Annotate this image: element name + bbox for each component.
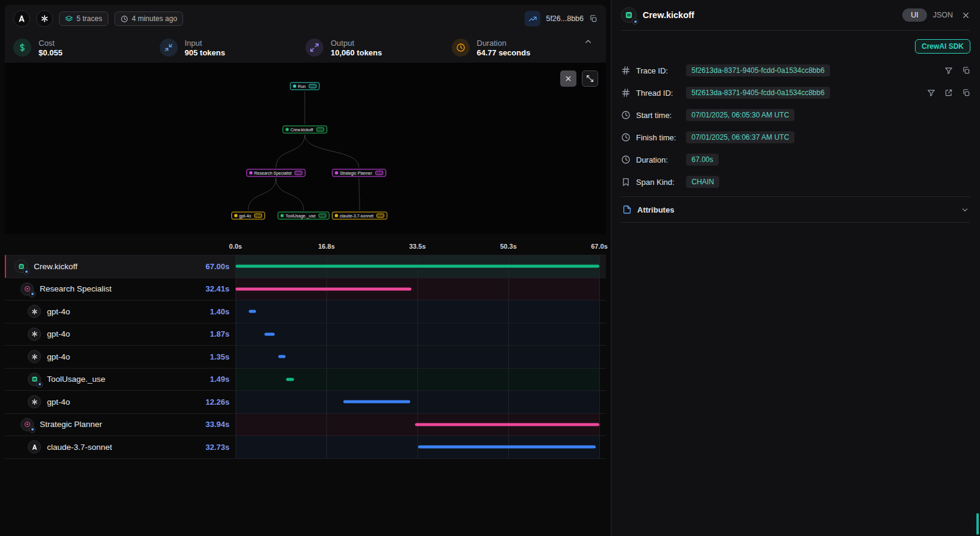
span-bar[interactable] (278, 355, 286, 358)
topbar-right-cluster: 5f26...8bb6 (525, 11, 598, 26)
external-icon[interactable] (944, 89, 953, 97)
stat-cost: Cost$0.055 (13, 39, 160, 57)
span-row-gpt-4o[interactable]: gpt-4o1.40s (5, 300, 606, 323)
openai-icon (28, 328, 41, 341)
span-duration: 32.73s (205, 443, 236, 452)
tab-json[interactable]: JSON (933, 11, 953, 19)
stat-duration: Duration64.77 seconds (452, 39, 598, 57)
instrumentation-mini-badge (23, 268, 30, 275)
expand-graph-button[interactable] (582, 70, 598, 87)
span-row-gpt-4o[interactable]: gpt-4o1.87s (5, 323, 606, 346)
span-name: gpt-4o (47, 329, 70, 338)
clock-icon (452, 39, 470, 57)
scrollbar-thumb[interactable] (976, 513, 979, 535)
node-tag (376, 214, 384, 218)
trace-topbar: 5 traces 4 minutes ago 5f26...8bb6 (5, 5, 606, 33)
collapse-stats-chevron-up-icon[interactable] (584, 37, 593, 49)
span-bar[interactable] (418, 446, 596, 449)
node-label: Crew.kickoff (290, 128, 313, 132)
graph-node-strategic[interactable]: Strategic Planner (332, 169, 386, 177)
detail-panel-title: Crew.kickoff (643, 10, 694, 20)
node-tag (308, 84, 316, 89)
span-bar[interactable] (286, 378, 294, 381)
span-name: ToolUsage._use (47, 375, 105, 384)
graph-node-research[interactable]: Research Specialist (246, 169, 305, 177)
span-track (236, 391, 599, 413)
field-label: Trace ID: (636, 66, 681, 75)
close-icon (564, 75, 572, 83)
span-name: gpt-4o (47, 352, 70, 361)
node-tag (295, 171, 302, 175)
copy-icon[interactable] (962, 66, 970, 75)
stat-value: 10,060 tokens (331, 48, 382, 57)
axis-tick: 67.0s (591, 243, 608, 250)
span-bar[interactable] (264, 332, 275, 335)
span-row-claude-3-7-sonnet[interactable]: claude-3.7-sonnet32.73s (5, 435, 606, 458)
span-name-cell: gpt-4o1.87s (5, 323, 236, 346)
graph-node-crew[interactable]: Crew.kickoff (282, 126, 327, 134)
span-name: gpt-4o (47, 397, 70, 407)
crewai-sdk-badge[interactable]: CrewAI SDK (915, 39, 970, 54)
span-track (236, 414, 599, 436)
span-name-cell: Research Specialist32.41s (5, 278, 236, 301)
traces-count-badge[interactable]: 5 traces (59, 11, 108, 26)
field-value: 67.00s (686, 154, 719, 166)
span-row-gpt-4o[interactable]: gpt-4o1.35s (5, 345, 606, 368)
span-row-crew-kickoff[interactable]: Crew.kickoff67.00s (5, 255, 606, 278)
field-value: CHAIN (686, 176, 719, 188)
copy-icon[interactable] (962, 89, 970, 97)
detail-panel-header: Crew.kickoff UI JSON (621, 0, 970, 31)
time-ago-label: 4 minutes ago (132, 14, 177, 23)
node-tag (316, 128, 324, 132)
span-bar[interactable] (415, 423, 599, 426)
attributes-section-toggle[interactable]: Attributes (621, 196, 970, 223)
span-row-gpt-4o[interactable]: gpt-4o12.26s (5, 390, 606, 413)
stats-row: Cost$0.055Input905 tokensOutput10,060 to… (5, 33, 606, 63)
axis-tick: 0.0s (229, 243, 242, 250)
span-row-research-specialist[interactable]: Research Specialist32.41s (5, 278, 606, 301)
trace-graph-canvas[interactable]: RunCrew.kickoffResearch SpecialistStrate… (5, 63, 606, 234)
trend-chart-button[interactable] (525, 11, 540, 26)
span-bar[interactable] (236, 287, 411, 290)
graph-node-tool[interactable]: ToolUsage._use (278, 212, 329, 220)
close-panel-button[interactable] (961, 11, 970, 20)
node-type-dot (293, 85, 296, 88)
span-bar[interactable] (343, 400, 410, 404)
field-value: 07/01/2025, 06:06:37 AM UTC (686, 131, 794, 143)
span-name-cell: gpt-4o1.40s (5, 301, 236, 323)
stat-label: Cost (39, 39, 63, 48)
chevron-down-icon[interactable] (961, 205, 969, 214)
stat-value: $0.055 (39, 48, 63, 57)
span-bar[interactable] (236, 265, 599, 268)
filter-icon[interactable] (927, 89, 935, 97)
tab-ui[interactable]: UI (902, 8, 927, 22)
span-name: Crew.kickoff (34, 262, 78, 271)
graph-node-run[interactable]: Run (290, 83, 320, 90)
close-graph-button[interactable] (560, 70, 576, 87)
expand-icon (586, 75, 594, 83)
sdk-badge-row: CrewAI SDK (621, 31, 970, 56)
span-waterfall: 0.0s16.8s33.5s50.3s67.0s Crew.kickoff67.… (5, 238, 606, 459)
graph-node-claude[interactable]: claude-3.7-sonnet (332, 212, 387, 220)
span-duration: 32.41s (205, 284, 236, 293)
hash-icon (621, 88, 631, 98)
span-name: Strategic Planner (40, 420, 102, 429)
field-thread-id-: Thread ID:5f2613da-8371-9405-fcdd-0a1534… (621, 85, 970, 101)
node-tag (375, 171, 383, 175)
span-row-toolusage-use[interactable]: ToolUsage._use1.49s (5, 368, 606, 391)
span-duration: 1.87s (210, 329, 236, 338)
span-row-strategic-planner[interactable]: Strategic Planner33.94s (5, 413, 606, 436)
field-label: Start time: (636, 111, 681, 120)
graph-node-gpt[interactable]: gpt-4o (231, 212, 265, 220)
node-label: Research Specialist (254, 171, 292, 175)
field-start-time-: Start time:07/01/2025, 06:05:30 AM UTC (621, 107, 970, 123)
node-tag (254, 214, 262, 218)
filter-icon[interactable] (944, 66, 953, 75)
span-name-cell: Strategic Planner33.94s (5, 414, 236, 436)
copy-trace-id-button[interactable] (589, 14, 598, 23)
axis-tick: 50.3s (500, 243, 517, 250)
span-bar[interactable] (249, 310, 257, 313)
openai-icon (28, 350, 41, 363)
span-name: claude-3.7-sonnet (47, 443, 112, 452)
openai-logo-icon (36, 10, 53, 27)
